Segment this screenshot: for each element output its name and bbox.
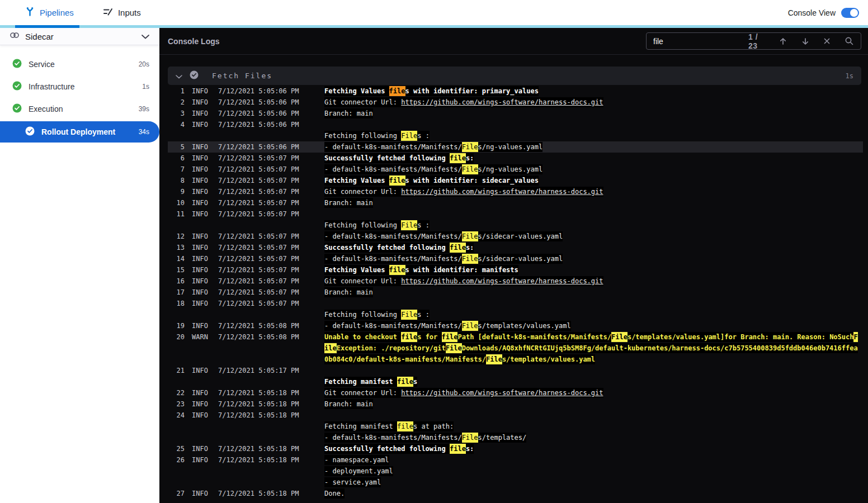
log-row[interactable]: 14INFO7/12/2021 5:05:07 PM- default-k8s-…	[168, 253, 863, 264]
chevron-down-icon[interactable]	[141, 31, 149, 41]
sidebar-item-execution[interactable]: Execution 39s	[0, 98, 159, 120]
log-row[interactable]: 8INFO7/12/2021 5:05:07 PMFetching Values…	[168, 175, 863, 186]
log-row[interactable]: 6INFO7/12/2021 5:05:07 PMSuccessfully fe…	[168, 153, 863, 164]
log-message: Branch: main	[324, 108, 863, 119]
log-row[interactable]: 27INFO7/12/2021 5:05:18 PMDone.	[168, 488, 863, 499]
log-level: INFO	[192, 97, 214, 108]
chevron-down-icon[interactable]	[176, 71, 182, 81]
log-timestamp: 7/12/2021 5:05:18 PM	[218, 443, 324, 454]
log-row[interactable]: Fetching following Files :	[168, 220, 863, 231]
log-row[interactable]: 16INFO7/12/2021 5:05:07 PMGit connector …	[168, 276, 863, 287]
log-level: INFO	[192, 141, 214, 153]
log-timestamp: 7/12/2021 5:05:18 PM	[218, 387, 324, 398]
log-row[interactable]: 21INFO7/12/2021 5:05:17 PM	[168, 365, 863, 376]
log-row[interactable]: 11INFO7/12/2021 5:05:07 PM	[168, 208, 863, 220]
sidebar-item-rollout-deployment[interactable]: Rollout Deployment 34s	[0, 121, 159, 143]
log-timestamp: 7/12/2021 5:05:07 PM	[218, 276, 324, 287]
log-timestamp: 7/12/2021 5:05:06 PM	[218, 86, 324, 97]
log-row[interactable]: 17INFO7/12/2021 5:05:07 PMBranch: main	[168, 287, 863, 298]
previous-match-button[interactable]	[779, 36, 787, 46]
log-text: s/templates/values.yaml]for Branch: main…	[628, 332, 854, 342]
log-row[interactable]: - default-k8s-manifests/Manifests/Files/…	[168, 432, 863, 443]
sidebar-item-label: Infrastructure	[29, 82, 74, 91]
log-row[interactable]: 24INFO7/12/2021 5:05:18 PM	[168, 410, 863, 421]
log-message: - deployment.yaml	[324, 466, 863, 477]
stage-header-sidecar[interactable]: Sidecar	[0, 28, 159, 45]
log-row[interactable]: 15INFO7/12/2021 5:05:07 PMFetching Value…	[168, 264, 863, 276]
log-row[interactable]: Fetching manifest files	[168, 376, 863, 387]
tab-inputs-label: Inputs	[118, 8, 141, 17]
log-row[interactable]: 26INFO7/12/2021 5:05:18 PM- namespace.ya…	[168, 454, 863, 466]
log-link[interactable]: https://github.com/wings-software/harnes…	[401, 187, 603, 197]
search-match: File	[401, 131, 417, 141]
log-level	[192, 432, 214, 443]
log-row[interactable]: - deployment.yaml	[168, 466, 863, 477]
step-success-icon	[190, 70, 199, 82]
log-line-number	[168, 220, 185, 231]
log-row[interactable]: ileException: ./repository/gitFileDownlo…	[168, 343, 863, 354]
log-row[interactable]: - service.yaml	[168, 477, 863, 488]
log-level: INFO	[192, 454, 214, 466]
log-line-number	[168, 309, 185, 320]
active-tab-indicator	[15, 25, 79, 28]
log-text: Unable to checkout	[324, 332, 401, 342]
log-timestamp	[218, 421, 324, 432]
log-text: Branch: main	[324, 198, 373, 208]
log-row[interactable]: 19INFO7/12/2021 5:05:08 PM- default-k8s-…	[168, 320, 863, 331]
log-line-number: 12	[168, 231, 185, 242]
search-match-current: file	[389, 86, 405, 96]
log-text: - default-k8s-manifests/Manifests/	[324, 231, 462, 241]
next-match-button[interactable]	[801, 36, 810, 46]
log-message: Branch: main	[324, 398, 863, 410]
log-row[interactable]: 18INFO7/12/2021 5:05:07 PM	[168, 298, 863, 309]
log-text: - namespace.yaml	[324, 455, 389, 465]
step-duration: 1s	[142, 83, 149, 91]
log-level: INFO	[192, 119, 214, 130]
log-row[interactable]: 5INFO7/12/2021 5:05:06 PM- default-k8s-m…	[168, 141, 863, 153]
sidebar-item-infrastructure[interactable]: Infrastructure 1s	[0, 75, 159, 98]
log-row[interactable]: Fetching following Files :	[168, 130, 863, 141]
log-row[interactable]: 4INFO7/12/2021 5:05:06 PM	[168, 119, 863, 130]
log-timestamp	[218, 376, 324, 387]
sidebar-item-service[interactable]: Service 20s	[0, 53, 159, 75]
log-row[interactable]: 10INFO7/12/2021 5:05:07 PMBranch: main	[168, 197, 863, 208]
log-link[interactable]: https://github.com/wings-software/harnes…	[401, 388, 603, 398]
link-icon	[10, 31, 20, 41]
log-row[interactable]: 20WARN7/12/2021 5:05:08 PMUnable to chec…	[168, 331, 863, 343]
log-text: Downloads/AQ8xhfNCRtGIUjq5bSM8Fg/default…	[462, 343, 858, 353]
log-row[interactable]: 7INFO7/12/2021 5:05:07 PM- default-k8s-m…	[168, 164, 863, 175]
log-level: INFO	[192, 208, 214, 220]
log-row[interactable]: 0b084c0/default-k8s-manifests/Manifests/…	[168, 354, 863, 365]
log-link[interactable]: https://github.com/wings-software/harnes…	[401, 276, 603, 286]
log-timestamp: 7/12/2021 5:05:06 PM	[218, 141, 324, 153]
log-timestamp: 7/12/2021 5:05:07 PM	[218, 253, 324, 264]
log-row[interactable]: 12INFO7/12/2021 5:05:07 PM- default-k8s-…	[168, 231, 863, 242]
log-level	[192, 477, 214, 488]
search-match: File	[611, 332, 628, 342]
log-section-fetch-files[interactable]: Fetch Files 1s	[168, 67, 861, 85]
log-row[interactable]: 25INFO7/12/2021 5:05:18 PMSuccessfully f…	[168, 443, 863, 454]
tab-pipelines[interactable]: Pipelines	[25, 7, 74, 18]
log-level: INFO	[192, 108, 214, 119]
clear-search-icon[interactable]	[823, 36, 831, 46]
log-row[interactable]: Fetching manifest files at path:	[168, 421, 863, 432]
tab-inputs[interactable]: Inputs	[103, 7, 141, 18]
log-row[interactable]: 3INFO7/12/2021 5:05:06 PMBranch: main	[168, 108, 863, 119]
search-input[interactable]	[653, 37, 748, 46]
console-view-toggle[interactable]	[841, 8, 859, 18]
log-row[interactable]: 23INFO7/12/2021 5:05:18 PMBranch: main	[168, 398, 863, 410]
step-duration: 39s	[139, 105, 149, 113]
search-icon[interactable]	[845, 36, 854, 46]
log-link[interactable]: https://github.com/wings-software/harnes…	[401, 97, 603, 107]
log-level: INFO	[192, 443, 214, 454]
log-message: Fetching following Files :	[324, 130, 863, 141]
log-row[interactable]: 2INFO7/12/2021 5:05:06 PMGit connector U…	[168, 97, 863, 108]
log-row[interactable]: 1INFO7/12/2021 5:05:06 PMFetching Values…	[168, 86, 863, 97]
log-row[interactable]: 22INFO7/12/2021 5:05:18 PMGit connector …	[168, 387, 863, 398]
log-row[interactable]: Fetching following Files :	[168, 309, 863, 320]
log-text: Fetching manifest	[324, 421, 397, 431]
success-check-icon	[12, 59, 22, 70]
search-match: ile	[324, 343, 337, 353]
log-row[interactable]: 13INFO7/12/2021 5:05:07 PMSuccessfully f…	[168, 242, 863, 253]
log-row[interactable]: 9INFO7/12/2021 5:05:07 PMGit connector U…	[168, 186, 863, 197]
